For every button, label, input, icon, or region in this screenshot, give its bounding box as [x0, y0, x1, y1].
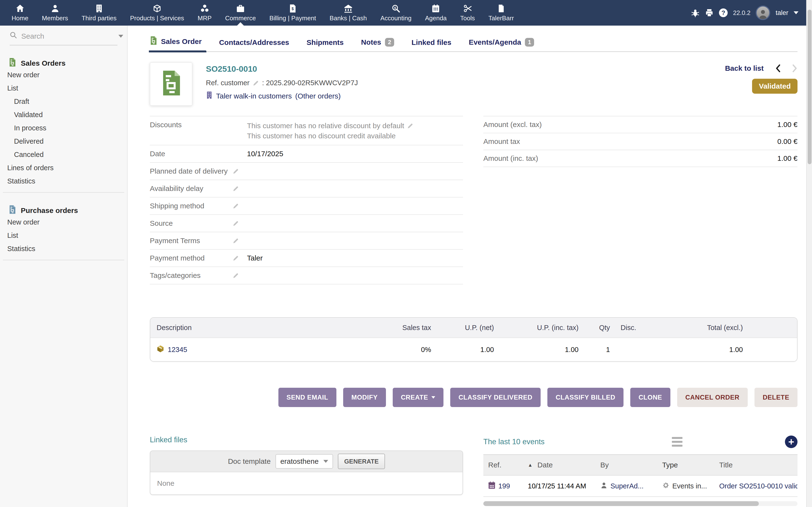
back-to-list-link[interactable]: Back to list [725, 64, 764, 72]
nav-commerce[interactable]: Commerce [218, 0, 263, 25]
events-table: Ref. ▲Date By Type Title 199 10/17/25 11… [483, 454, 798, 497]
edit-pencil-icon[interactable] [253, 80, 259, 87]
tab-linked-files[interactable]: Linked files [412, 38, 451, 51]
bank-icon [344, 4, 353, 13]
nav-billing-payment[interactable]: $ Billing | Payment [263, 0, 323, 25]
sidebar-item-sales-validated[interactable]: Validated [0, 108, 127, 121]
event-by-link[interactable]: SuperAd... [610, 482, 644, 490]
field-row-availability-delay: Availability delay [150, 180, 463, 198]
nav-members[interactable]: Members [35, 0, 75, 25]
send-email-button[interactable]: SEND EMAIL [278, 388, 337, 407]
sidebar-item-sales-delivered[interactable]: Delivered [0, 135, 127, 148]
notes-count-badge: 2 [385, 38, 394, 47]
cancel-order-button[interactable]: CANCEL ORDER [677, 388, 748, 407]
sidebar-section-purchase-orders[interactable]: Purchase orders [0, 205, 127, 216]
page-vertical-scrollbar[interactable] [806, 0, 812, 507]
nav-agenda[interactable]: Agenda [418, 0, 454, 25]
nav-banks-cash[interactable]: Banks | Cash [323, 0, 373, 25]
clone-button[interactable]: CLONE [630, 388, 670, 407]
bug-icon[interactable] [691, 8, 700, 17]
main-content: Sales Order Contacts/Addresses Shipments… [150, 25, 798, 507]
nav-products-services[interactable]: Products | Services [123, 0, 191, 25]
sidebar-item-purchase-statistics[interactable]: Statistics [0, 242, 127, 256]
nav-mrp[interactable]: MRP [191, 0, 218, 25]
col-total-excl: Total (excl.) [653, 324, 745, 332]
edit-pencil-icon[interactable] [407, 122, 414, 129]
printer-icon[interactable] [705, 8, 714, 17]
sidebar-section-purchase-orders-label: Purchase orders [21, 207, 78, 215]
events-col-date[interactable]: Date [538, 461, 553, 469]
sidebar-item-sales-new-order[interactable]: New order [0, 68, 127, 81]
doc-generator-bar: Doc template eratosthene GENERATE [150, 451, 463, 472]
linked-files-empty: None [150, 472, 463, 495]
edit-pencil-icon[interactable] [233, 168, 239, 175]
tab-sales-order[interactable]: Sales Order [150, 36, 202, 51]
sidebar-item-sales-draft[interactable]: Draft [0, 95, 127, 108]
events-col-title[interactable]: Title [719, 461, 733, 469]
order-line-row[interactable]: 12345 0% 1.00 1.00 1 1.00 [150, 338, 797, 361]
events-col-type[interactable]: Type [662, 461, 678, 469]
sidebar-item-sales-canceled[interactable]: Canceled [0, 148, 127, 161]
previous-record-icon[interactable] [775, 64, 780, 72]
user-menu-label[interactable]: taler [775, 9, 788, 17]
object-photo-card [150, 62, 192, 106]
tab-notes[interactable]: Notes 2 [361, 38, 394, 51]
product-link[interactable]: 12345 [168, 346, 187, 354]
nav-accounting[interactable]: $ Accounting [373, 0, 418, 25]
chevron-down-icon[interactable] [794, 11, 799, 14]
classify-billed-label: CLASSIFY BILLED [556, 394, 615, 401]
nav-home[interactable]: Home [5, 0, 35, 25]
edit-pencil-icon[interactable] [233, 272, 239, 279]
scrollbar-thumb[interactable] [483, 501, 759, 506]
event-title-link[interactable]: Order SO2510-0010 validate [719, 482, 798, 490]
scrollbar-thumb[interactable] [808, 10, 812, 164]
help-icon[interactable]: ? [719, 8, 728, 17]
create-dropdown-button[interactable]: CREATE [393, 388, 444, 407]
nav-talerbarr[interactable]: TalerBarr [481, 0, 520, 25]
avatar[interactable] [756, 6, 770, 20]
edit-pencil-icon[interactable] [233, 220, 239, 227]
add-event-button[interactable]: + [785, 436, 798, 448]
search-input[interactable] [21, 32, 114, 40]
classify-billed-button[interactable]: CLASSIFY BILLED [547, 388, 623, 407]
events-col-by[interactable]: By [600, 461, 609, 469]
sidebar-section-sales-orders[interactable]: Sales Orders [0, 58, 127, 68]
classify-delivered-button[interactable]: CLASSIFY DELIVERED [450, 388, 541, 407]
sidebar-item-sales-lines-of-orders[interactable]: Lines of orders [0, 161, 127, 175]
delete-button[interactable]: DELETE [755, 388, 798, 407]
sidebar-item-sales-list[interactable]: List [0, 81, 127, 95]
edit-pencil-icon[interactable] [233, 237, 239, 244]
sidebar-divider [3, 260, 124, 260]
tab-events-agenda[interactable]: Events/Agenda 1 [469, 38, 534, 51]
company-other-orders-link[interactable]: (Other orders) [295, 92, 341, 100]
line-up-inc-tax: 1.00 [496, 346, 580, 354]
nav-third-parties[interactable]: Third parties [75, 0, 123, 25]
select-chevron-icon [323, 460, 328, 463]
doc-template-select[interactable]: eratosthene [275, 454, 333, 469]
events-col-ref[interactable]: Ref. [488, 461, 501, 469]
edit-pencil-icon[interactable] [233, 185, 239, 192]
events-menu-icon[interactable] [672, 437, 682, 447]
briefcase-icon [236, 4, 245, 13]
modify-button[interactable]: MODIFY [343, 388, 386, 407]
tab-contacts-addresses[interactable]: Contacts/Addresses [219, 38, 289, 51]
tab-shipments[interactable]: Shipments [307, 38, 344, 51]
edit-pencil-icon[interactable] [233, 255, 239, 262]
sidebar-item-purchase-list[interactable]: List [0, 229, 127, 242]
sidebar-item-sales-in-process[interactable]: In process [0, 121, 127, 135]
generate-button[interactable]: GENERATE [338, 454, 385, 469]
event-ref-link[interactable]: 199 [498, 482, 510, 490]
sidebar-item-sales-statistics[interactable]: Statistics [0, 175, 127, 188]
nav-third-parties-label: Third parties [82, 14, 117, 22]
bottom-section: Linked files Doc template eratosthene GE… [150, 436, 798, 506]
edit-pencil-icon[interactable] [233, 203, 239, 209]
field-row-discounts: Discounts This customer has no relative … [150, 116, 463, 145]
ref-customer-line: Ref. customer : 2025.290-02R5KWWCV2P7J [206, 79, 358, 87]
next-record-icon-disabled [792, 64, 798, 72]
nav-tools[interactable]: Tools [453, 0, 481, 25]
search-options-chevron-icon[interactable] [118, 35, 123, 38]
company-link[interactable]: Taler walk-in customers [216, 92, 292, 100]
events-horizontal-scrollbar[interactable] [483, 501, 798, 506]
pagination-row: Back to list [725, 64, 798, 72]
sidebar-item-purchase-new-order[interactable]: New order [0, 216, 127, 229]
